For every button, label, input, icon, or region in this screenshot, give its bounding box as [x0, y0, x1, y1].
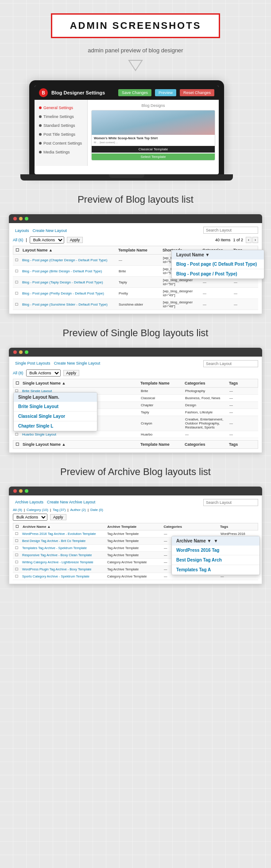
spl-col-name[interactable]: Single Layout Name ▲ [23, 381, 140, 385]
spl-popup-item-1[interactable]: Brite Single Layout [14, 402, 97, 412]
arch-name-link[interactable]: WordPress Plugin Tag Archive - Boxy Temp… [22, 567, 91, 571]
arch-filter-author[interactable]: Author (2) [70, 508, 86, 512]
spl-filter-all-link[interactable]: All (8) [13, 371, 23, 375]
bd-logo: B [39, 88, 48, 97]
sidebar-item-timeline[interactable]: Timeline Settings [35, 112, 87, 121]
spl-footer-col-template: Template Name [140, 442, 185, 447]
classical-template-button[interactable]: Classical Template [92, 146, 215, 153]
arch-popup-item-2[interactable]: Best Design Tag Arch [172, 555, 259, 565]
create-single-layout-link[interactable]: Create New Single Layout [54, 361, 101, 365]
popup-item-2[interactable]: Blog - Post page / Post Type) [172, 269, 264, 279]
template-card-text: Women's White Scoop-Neck Tank Top Shirt … [92, 135, 215, 146]
create-archive-layout-link[interactable]: Create New Archive Layout [47, 500, 95, 504]
arch-apply-button[interactable]: Apply [50, 514, 66, 520]
search-single-layout-input[interactable] [203, 360, 258, 367]
arch-filter-category[interactable]: Category (10) [27, 508, 48, 512]
browser-dot-green-3 [25, 489, 28, 493]
spl-popup-item-3[interactable]: Chapter Single L [14, 421, 97, 431]
next-page-button[interactable]: › [252, 237, 258, 243]
layouts-filters: All (6) | Bulk Actions Apply 40 Items 1 … [13, 236, 258, 244]
single-layouts-browser: Single Post Layouts Create New Single La… [9, 348, 262, 453]
arch-name-link[interactable]: WordPress 2016 Tag Archive - Evolution T… [22, 532, 96, 536]
sidebar-item-general[interactable]: General Settings [35, 103, 87, 112]
arch-filter-tag[interactable]: Tag (37) [53, 508, 66, 512]
spl-popup: Single Layout Nam. Brite Single Layout C… [13, 392, 97, 432]
popup-item-1[interactable]: Blog - Post page (C Default Post Type) [172, 259, 264, 269]
section3-title: Preview of Archive Blog layouts list [0, 466, 271, 478]
layout-name-link[interactable]: Blog - Post page (Brite Design - Default… [22, 269, 102, 273]
arch-popup-header: Archive Name ▼ ▼ [172, 536, 259, 546]
spl-table-footer-header: ☐ Single Layout Name ▲ Template Name Cat… [13, 440, 258, 449]
layouts-browser: Layouts Create New Layout All (6) | Bulk… [9, 214, 262, 314]
arch-name-link[interactable]: Sports Category Archive - Spektrum Templ… [22, 574, 89, 578]
bulk-actions-select[interactable]: Bulk Actions [30, 236, 64, 244]
spl-topbar: Single Post Layouts Create New Single La… [13, 360, 258, 367]
arch-filter-all[interactable]: All (9) [13, 508, 22, 512]
spl-col-categories: Categories [185, 381, 229, 385]
arch-table-header: ☐ Archive Name ▲ Archive Template Catego… [13, 523, 258, 530]
arch-name-link[interactable]: Writing Category Archive - Lightbreeze T… [22, 560, 93, 564]
spl-bulk-actions-select[interactable]: Bulk Actions [26, 369, 61, 377]
spl-name-link[interactable]: Huarbo Single Layout [22, 432, 56, 436]
laptop-mockup: B Blog Designer Settings Save Changes Pr… [9, 80, 262, 181]
arch-popup-item-1[interactable]: WordPress 2016 Tag [172, 546, 259, 555]
arch-popup-item-3[interactable]: Templates Tag A [172, 565, 259, 575]
spl-filters: All (8) Bulk Actions Apply [13, 369, 258, 377]
layout-name-link[interactable]: Blog - Post page (Sunshine Slider - Defa… [22, 302, 108, 306]
filter-all-link[interactable]: All (6) [13, 238, 23, 242]
arch-col-name[interactable]: Archive Name ▲ [23, 525, 107, 529]
arch-title: Archive Layouts Create New Archive Layou… [13, 499, 95, 506]
title-box: ADMIN SCREENSHOTS [51, 13, 221, 38]
laptop-subtitle: admin panel preview of blog designer [0, 47, 271, 54]
page-title: ADMIN SCREENSHOTS [70, 20, 201, 31]
browser-dot-red [13, 217, 17, 220]
select-template-button[interactable]: Select Template [92, 153, 215, 160]
apply-button[interactable]: Apply [67, 237, 83, 243]
arch-name-link[interactable]: Templates Tag Archive - Spektrum Templat… [22, 546, 87, 550]
spl-col-template: Template Name [140, 381, 185, 385]
archive-layouts-browser: Archive Layouts Create New Archive Layou… [9, 487, 262, 584]
spl-title: Single Post Layouts Create New Single La… [13, 360, 100, 367]
prev-page-button[interactable]: ‹ [246, 237, 252, 243]
sidebar-item-media[interactable]: Media Settings [35, 148, 87, 157]
sidebar-dot-icon [39, 142, 42, 145]
arch-filter-date[interactable]: Date (0) [90, 508, 103, 512]
pagination-info: 1 of 2 [233, 238, 243, 242]
col-template-name[interactable]: Template Name [118, 248, 163, 252]
col-layout-name[interactable]: Layout Name ▲ [23, 248, 118, 252]
browser-dot-green-2 [25, 350, 28, 354]
layout-name-link[interactable]: Blog - Post page (Taply Design - Default… [22, 280, 103, 284]
sidebar-dot-icon [39, 151, 42, 153]
search-archive-input[interactable] [203, 499, 258, 506]
section2-title: Preview of Single Blog layouts list [0, 327, 271, 339]
table-row: ☐ Blog - Post page (Sunshine Slider - De… [13, 299, 258, 310]
arch-name-link[interactable]: Responsive Tag Archive - Boxy Clean Temp… [22, 553, 92, 557]
arch-name-link[interactable]: Best Design Tag Archive - Brit Co Templa… [22, 539, 85, 543]
sidebar-item-standard[interactable]: Standard Settings [35, 121, 87, 130]
sidebar-item-post-content[interactable]: Post Content Settings [35, 139, 87, 148]
spl-footer-col-categories: Categories [185, 442, 229, 447]
arch-col-tags: Tags [220, 525, 256, 529]
save-changes-button[interactable]: Save Changes [118, 89, 151, 96]
browser-dot-yellow-2 [19, 350, 23, 354]
search-layout-input[interactable] [203, 227, 258, 234]
bd-title: Blog Designer Settings [51, 90, 115, 95]
arch-popup-arrow: ▼ [213, 538, 218, 543]
spl-popup-item-2[interactable]: Classical Single Layor [14, 412, 97, 421]
spl-apply-button[interactable]: Apply [63, 370, 80, 376]
create-layout-link[interactable]: Create New Layout [33, 228, 67, 233]
reset-changes-button[interactable]: Reset Changes [180, 89, 214, 96]
browser-bar-3 [9, 487, 262, 495]
sidebar-item-post-title[interactable]: Post Title Settings [35, 130, 87, 139]
layout-name-link[interactable]: Blog - Post page (Chapter Design - Defau… [22, 258, 107, 262]
preview-button[interactable]: Preview [155, 89, 176, 96]
table-row: ☐ Huarbo Single Layout Huarbo — — [13, 431, 258, 438]
bd-body: General Settings Timeline Settings Stand… [35, 100, 219, 166]
browser-bar [9, 214, 262, 223]
spl-footer-col-name: Single Layout Name ▲ [23, 442, 140, 447]
arch-bulk-select[interactable]: Bulk Actions [13, 514, 47, 521]
arch-bulk-filters: Bulk Actions Apply [13, 514, 258, 521]
designs-label: Blog Designs [91, 103, 215, 108]
layout-name-link[interactable]: Blog - Post page (Pretty Design - Defaul… [22, 291, 104, 295]
bd-sidebar: General Settings Timeline Settings Stand… [35, 100, 88, 166]
